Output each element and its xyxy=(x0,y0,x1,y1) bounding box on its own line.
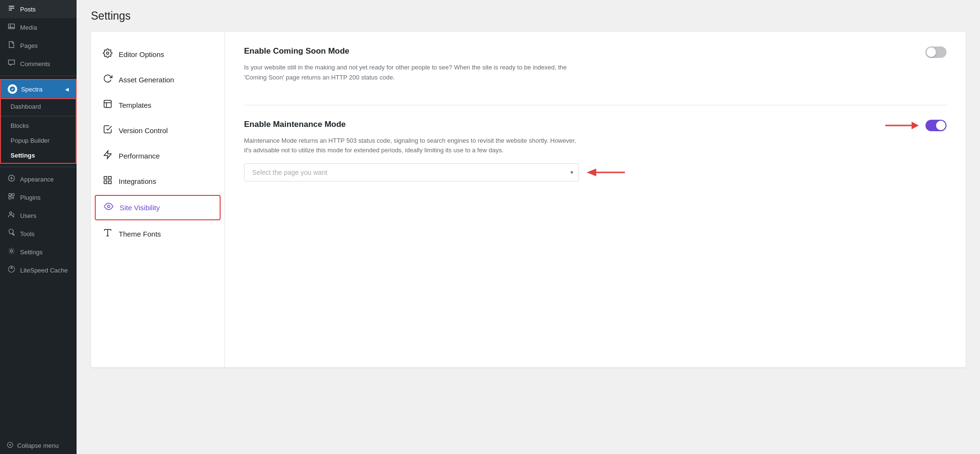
svg-rect-14 xyxy=(104,181,107,184)
sidebar-item-popup-builder[interactable]: Popup Builder xyxy=(1,133,76,148)
editor-options-icon xyxy=(102,48,113,60)
maintenance-track[interactable] xyxy=(925,120,947,131)
spectra-chevron-icon: ◀ xyxy=(65,87,69,92)
page-select-wrapper: Select the page you want ▾ xyxy=(244,163,579,182)
maintenance-thumb xyxy=(936,121,946,130)
svg-rect-12 xyxy=(104,177,107,180)
appearance-icon xyxy=(7,174,16,184)
sidebar-item-blocks[interactable]: Blocks xyxy=(1,118,76,133)
maintenance-select-row: Select the page you want ▾ xyxy=(244,163,947,182)
sidebar-item-appearance[interactable]: Appearance xyxy=(0,170,77,188)
spectra-logo xyxy=(8,84,17,94)
media-icon xyxy=(7,23,16,32)
maintenance-header: Enable Maintenance Mode xyxy=(244,120,947,131)
posts-icon xyxy=(7,4,16,14)
arrow-right-indicator xyxy=(885,120,919,131)
svg-marker-22 xyxy=(587,169,596,176)
sidebar-item-spectra[interactable]: Spectra ◀ xyxy=(0,79,77,99)
sidebar-item-media[interactable]: Media xyxy=(0,18,77,36)
sidebar-item-litespeed[interactable]: LiteSpeed Cache xyxy=(0,261,77,279)
settings-main-icon xyxy=(7,247,16,257)
svg-point-1 xyxy=(10,25,11,26)
divider-1 xyxy=(0,76,77,76)
sidebar-item-comments[interactable]: Comments xyxy=(0,55,77,73)
sidebar-item-settings[interactable]: Settings xyxy=(1,148,76,163)
comments-icon xyxy=(7,59,16,68)
collapse-menu-button[interactable]: Collapse menu xyxy=(0,437,77,454)
sidebar: Posts Media Pages Comments Spectra ◀ Das… xyxy=(0,0,77,454)
sidebar-item-dashboard[interactable]: Dashboard xyxy=(1,99,76,114)
coming-soon-description: Is your website still in the making and … xyxy=(244,63,579,83)
coming-soon-title-area: Enable Coming Soon Mode xyxy=(244,46,349,56)
pages-icon xyxy=(7,41,16,50)
nav-item-templates[interactable]: Templates xyxy=(91,92,224,118)
coming-soon-track[interactable] xyxy=(925,46,947,58)
nav-item-editor-options[interactable]: Editor Options xyxy=(91,42,224,67)
coming-soon-section: Enable Coming Soon Mode Is your website … xyxy=(244,46,947,105)
svg-rect-3 xyxy=(9,193,11,196)
maintenance-description: Maintenance Mode returns an HTTP 503 sta… xyxy=(244,136,579,156)
templates-icon xyxy=(102,99,113,111)
svg-marker-20 xyxy=(912,122,919,129)
page-title: Settings xyxy=(91,10,966,23)
sidebar-item-posts[interactable]: Posts xyxy=(0,0,77,18)
svg-point-16 xyxy=(108,205,110,208)
performance-icon xyxy=(102,150,113,162)
divider-2 xyxy=(0,167,77,167)
nav-item-asset-generation[interactable]: Asset Generation xyxy=(91,67,224,92)
maintenance-toggle-area xyxy=(885,120,947,131)
litespeed-icon xyxy=(7,265,16,275)
svg-rect-0 xyxy=(9,24,15,29)
page-select[interactable]: Select the page you want xyxy=(244,163,579,182)
asset-generation-icon xyxy=(102,74,113,86)
svg-rect-15 xyxy=(109,181,111,184)
nav-item-integrations[interactable]: Integrations xyxy=(91,169,224,194)
coming-soon-header: Enable Coming Soon Mode xyxy=(244,46,947,58)
svg-point-9 xyxy=(107,52,109,55)
sidebar-item-plugins[interactable]: Plugins xyxy=(0,188,77,206)
spectra-label: Spectra xyxy=(21,86,43,93)
coming-soon-toggle[interactable] xyxy=(925,46,947,58)
settings-panel: Editor Options Asset Generation Template… xyxy=(91,32,966,367)
maintenance-title-area: Enable Maintenance Mode xyxy=(244,120,346,129)
main-content: Settings Editor Options Asset Generation xyxy=(77,0,980,454)
nav-item-theme-fonts[interactable]: Theme Fonts xyxy=(91,221,224,247)
nav-item-site-visibility[interactable]: Site Visibility xyxy=(95,195,221,220)
coming-soon-thumb xyxy=(926,47,936,57)
sidebar-item-users[interactable]: Users xyxy=(0,206,77,225)
integrations-icon xyxy=(102,175,113,187)
settings-nav: Editor Options Asset Generation Template… xyxy=(91,32,225,367)
svg-point-6 xyxy=(10,212,12,214)
svg-point-7 xyxy=(11,250,13,252)
sidebar-item-settings-main[interactable]: Settings xyxy=(0,243,77,261)
nav-item-performance[interactable]: Performance xyxy=(91,143,224,169)
theme-fonts-icon xyxy=(102,228,113,240)
maintenance-title: Enable Maintenance Mode xyxy=(244,120,346,129)
svg-rect-10 xyxy=(104,101,111,108)
collapse-icon xyxy=(7,442,13,450)
arrow-left-indicator xyxy=(587,167,625,178)
coming-soon-toggle-area xyxy=(925,46,947,58)
settings-content: Enable Coming Soon Mode Is your website … xyxy=(225,32,966,367)
sidebar-item-tools[interactable]: Tools xyxy=(0,225,77,243)
spectra-submenu: Dashboard Blocks Popup Builder Settings xyxy=(0,99,77,164)
svg-rect-13 xyxy=(109,177,111,180)
sidebar-item-pages[interactable]: Pages xyxy=(0,36,77,55)
svg-rect-4 xyxy=(12,193,14,196)
maintenance-section: Enable Maintenance Mode xyxy=(244,120,947,196)
users-icon xyxy=(7,211,16,220)
site-visibility-icon xyxy=(103,202,114,214)
svg-rect-5 xyxy=(9,197,11,199)
svg-marker-11 xyxy=(104,151,111,159)
nav-item-version-control[interactable]: Version Control xyxy=(91,118,224,143)
submenu-divider xyxy=(1,116,76,116)
coming-soon-title: Enable Coming Soon Mode xyxy=(244,46,349,56)
maintenance-toggle[interactable] xyxy=(925,120,947,131)
tools-icon xyxy=(7,229,16,238)
plugins-icon xyxy=(7,193,16,202)
version-control-icon xyxy=(102,125,113,136)
